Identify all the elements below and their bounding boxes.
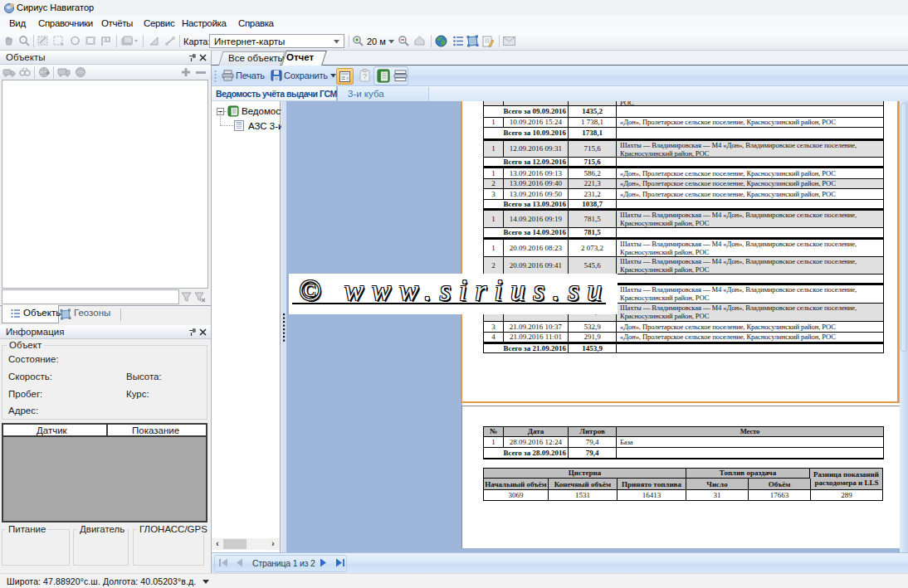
svg-text:?: ?: [363, 72, 367, 80]
